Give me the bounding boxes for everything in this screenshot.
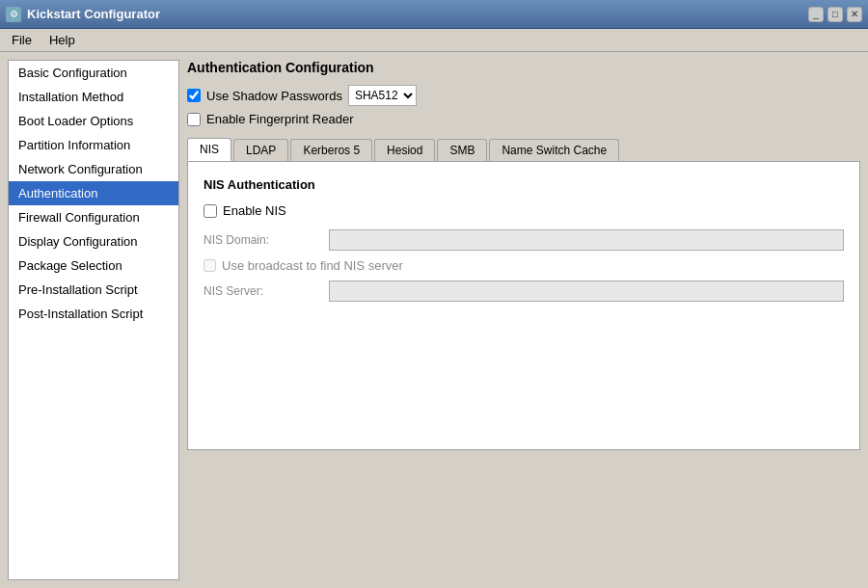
auth-options: Use Shadow Passwords SHA512 SHA256 MD5 E… <box>187 85 860 126</box>
maximize-button[interactable]: □ <box>827 7 843 22</box>
sidebar-item-bootloader[interactable]: Boot Loader Options <box>9 109 178 133</box>
sidebar-item-display[interactable]: Display Configuration <box>9 229 178 254</box>
app-icon: ⚙ <box>6 7 21 22</box>
fingerprint-checkbox[interactable] <box>187 113 201 126</box>
sidebar-item-basic[interactable]: Basic Configuration <box>9 61 178 85</box>
sidebar: Basic Configuration Installation Method … <box>8 60 179 580</box>
content-area: Basic Configuration Installation Method … <box>0 52 868 588</box>
nis-server-row: NIS Server: <box>203 281 844 302</box>
sidebar-item-pre-script[interactable]: Pre-Installation Script <box>9 278 178 302</box>
broadcast-label: Use broadcast to find NIS server <box>222 258 403 273</box>
nis-title: NIS Authentication <box>203 177 844 192</box>
tabs-container: NIS LDAP Kerberos 5 Hesiod SMB Name Swit… <box>187 138 860 161</box>
titlebar-title: Kickstart Configurator <box>27 7 160 21</box>
fingerprint-row: Enable Fingerprint Reader <box>187 112 860 126</box>
menubar: File Help <box>0 29 868 52</box>
nis-server-input[interactable] <box>329 281 844 302</box>
sidebar-item-firewall[interactable]: Firewall Configuration <box>9 205 178 229</box>
fingerprint-label: Enable Fingerprint Reader <box>206 112 353 126</box>
shadow-passwords-label: Use Shadow Passwords <box>206 89 342 103</box>
tab-nis[interactable]: NIS <box>187 138 231 161</box>
nis-domain-input[interactable] <box>329 229 844 251</box>
enable-nis-label: Enable NIS <box>223 203 286 218</box>
close-button[interactable]: ✕ <box>847 7 862 22</box>
titlebar: ⚙ Kickstart Configurator _ □ ✕ <box>0 0 868 29</box>
sidebar-item-post-script[interactable]: Post-Installation Script <box>9 302 178 326</box>
sidebar-item-partition[interactable]: Partition Information <box>9 133 178 157</box>
minimize-button[interactable]: _ <box>808 7 824 22</box>
right-panel: Authentication Configuration Use Shadow … <box>187 60 860 580</box>
tab-nss[interactable]: Name Switch Cache <box>489 139 619 161</box>
nis-domain-row: NIS Domain: <box>203 229 844 251</box>
tab-kerberos[interactable]: Kerberos 5 <box>290 139 372 161</box>
menu-help[interactable]: Help <box>41 31 83 49</box>
sidebar-item-packages[interactable]: Package Selection <box>9 254 178 278</box>
tab-ldap[interactable]: LDAP <box>233 139 288 161</box>
sha-select[interactable]: SHA512 SHA256 MD5 <box>348 85 417 106</box>
titlebar-buttons: _ □ ✕ <box>808 7 862 22</box>
sidebar-item-installation[interactable]: Installation Method <box>9 85 178 109</box>
shadow-passwords-checkbox[interactable] <box>187 89 201 102</box>
nis-server-label: NIS Server: <box>203 284 329 298</box>
broadcast-checkbox <box>203 259 216 272</box>
nis-domain-label: NIS Domain: <box>203 233 329 247</box>
tab-hesiod[interactable]: Hesiod <box>374 139 435 161</box>
enable-nis-checkbox[interactable] <box>203 204 217 218</box>
nis-tab-content: NIS Authentication Enable NIS NIS Domain… <box>187 161 860 450</box>
main-window: Basic Configuration Installation Method … <box>0 52 868 588</box>
menu-file[interactable]: File <box>4 31 40 49</box>
sidebar-item-network[interactable]: Network Configuration <box>9 157 178 181</box>
section-title: Authentication Configuration <box>187 60 860 75</box>
enable-nis-row: Enable NIS <box>203 203 844 218</box>
shadow-passwords-row: Use Shadow Passwords SHA512 SHA256 MD5 <box>187 85 860 106</box>
titlebar-left: ⚙ Kickstart Configurator <box>6 7 160 22</box>
broadcast-row: Use broadcast to find NIS server <box>203 258 844 273</box>
sidebar-item-authentication[interactable]: Authentication <box>9 181 178 205</box>
tab-smb[interactable]: SMB <box>437 139 487 161</box>
